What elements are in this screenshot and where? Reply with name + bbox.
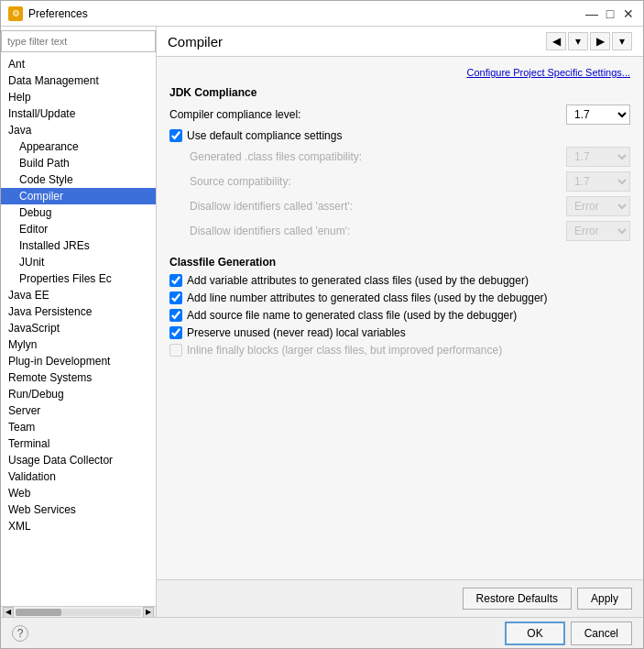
sidebar-item-web[interactable]: Web xyxy=(1,485,156,501)
sidebar-item-editor[interactable]: Editor xyxy=(1,221,156,237)
sidebar-item-remote-systems[interactable]: Remote Systems xyxy=(1,369,156,386)
classfile-generation-title: Classfile Generation xyxy=(169,256,630,269)
nav-back-button[interactable]: ◀ xyxy=(546,32,566,50)
generated-label: Generated .class files compatibility: xyxy=(190,150,362,163)
source-select: 1.7 xyxy=(566,171,630,192)
title-controls: — □ ✕ xyxy=(584,6,636,21)
close-button[interactable]: ✕ xyxy=(621,6,636,21)
sidebar-item-install-update[interactable]: Install/Update xyxy=(1,105,156,122)
sidebar-item-web-services[interactable]: Web Services xyxy=(1,501,156,518)
filter-input[interactable] xyxy=(1,30,156,52)
cancel-button[interactable]: Cancel xyxy=(571,622,632,645)
sidebar-item-xml[interactable]: XML xyxy=(1,518,156,534)
sidebar-item-validation[interactable]: Validation xyxy=(1,468,156,485)
apply-button[interactable]: Apply xyxy=(577,588,632,610)
generated-row: Generated .class files compatibility: 1.… xyxy=(169,147,630,167)
sidebar-item-ant[interactable]: Ant xyxy=(1,56,156,72)
sidebar-item-javascript[interactable]: JavaScript xyxy=(1,320,156,336)
sidebar-item-run-debug[interactable]: Run/Debug xyxy=(1,386,156,402)
sidebar-item-server[interactable]: Server xyxy=(1,402,156,419)
sidebar-item-compiler[interactable]: Compiler xyxy=(1,188,156,204)
panel-nav: ◀ ▾ ▶ ▾ xyxy=(546,32,632,50)
jdk-compliance-section: JDK Compliance Compiler compliance level… xyxy=(169,86,630,241)
add-source-file-checkbox[interactable] xyxy=(169,309,182,322)
inline-finally-label: Inline finally blocks (larger class file… xyxy=(187,344,502,357)
title-bar: ⚙ Preferences — □ ✕ xyxy=(1,1,643,27)
add-variable-row: Add variable attributes to generated cla… xyxy=(169,274,630,287)
use-default-checkbox[interactable] xyxy=(169,129,182,142)
add-source-file-label: Add source file name to generated class … xyxy=(187,309,517,322)
add-line-number-label: Add line number attributes to generated … xyxy=(187,292,548,304)
sidebar-item-team[interactable]: Team xyxy=(1,419,156,435)
restore-defaults-button[interactable]: Restore Defaults xyxy=(463,588,572,610)
sidebar: AntData ManagementHelpInstall/UpdateJava… xyxy=(1,27,157,617)
right-panel: Compiler ◀ ▾ ▶ ▾ Configure Project Speci… xyxy=(157,27,643,617)
scroll-track xyxy=(16,609,141,616)
sidebar-item-debug[interactable]: Debug xyxy=(1,204,156,221)
assert-select: Error xyxy=(566,196,630,216)
main-content: AntData ManagementHelpInstall/UpdateJava… xyxy=(1,27,643,617)
preferences-window: ⚙ Preferences — □ ✕ AntData ManagementHe… xyxy=(0,0,644,649)
use-default-row: Use default compliance settings xyxy=(169,129,630,142)
scroll-left-btn[interactable]: ◀ xyxy=(3,607,14,618)
ok-button[interactable]: OK xyxy=(505,622,564,645)
add-variable-checkbox[interactable] xyxy=(169,274,182,287)
dialog-buttons: OK Cancel xyxy=(505,622,632,645)
nav-forward-button[interactable]: ▶ xyxy=(590,32,610,50)
sidebar-item-terminal[interactable]: Terminal xyxy=(1,435,156,452)
sidebar-item-help[interactable]: Help xyxy=(1,89,156,105)
add-source-file-row: Add source file name to generated class … xyxy=(169,309,630,322)
sidebar-item-data-management[interactable]: Data Management xyxy=(1,72,156,89)
sidebar-item-java-persistence[interactable]: Java Persistence xyxy=(1,303,156,320)
sidebar-item-properties-files-ec[interactable]: Properties Files Ec xyxy=(1,270,156,287)
preserve-unused-row: Preserve unused (never read) local varia… xyxy=(169,326,630,339)
bottom-bar: ? OK Cancel xyxy=(1,617,643,648)
inline-finally-row: Inline finally blocks (larger class file… xyxy=(169,344,630,357)
tree-area: AntData ManagementHelpInstall/UpdateJava… xyxy=(1,56,156,606)
window-icon: ⚙ xyxy=(8,6,23,21)
compliance-level-row: Compiler compliance level: 1.7 xyxy=(169,104,630,125)
preserve-unused-label: Preserve unused (never read) local varia… xyxy=(187,326,406,339)
enum-select: Error xyxy=(566,221,630,241)
sidebar-item-junit[interactable]: JUnit xyxy=(1,254,156,270)
window-title: Preferences xyxy=(28,7,88,20)
sidebar-item-appearance[interactable]: Appearance xyxy=(1,138,156,155)
help-icon[interactable]: ? xyxy=(12,625,28,642)
sidebar-item-usage-data-collector[interactable]: Usage Data Collector xyxy=(1,452,156,468)
generated-select: 1.7 xyxy=(566,147,630,167)
scroll-thumb[interactable] xyxy=(16,609,61,616)
panel-body: Configure Project Specific Settings... J… xyxy=(157,57,643,579)
inline-finally-checkbox xyxy=(169,344,182,357)
panel-footer: Restore Defaults Apply xyxy=(157,579,643,617)
enum-label: Disallow identifiers called 'enum': xyxy=(190,225,350,237)
sidebar-item-code-style[interactable]: Code Style xyxy=(1,171,156,188)
sidebar-item-mylyn[interactable]: Mylyn xyxy=(1,336,156,353)
add-variable-label: Add variable attributes to generated cla… xyxy=(187,274,529,287)
source-row: Source compatibility: 1.7 xyxy=(169,171,630,192)
sidebar-scrollbar: ◀ ▶ xyxy=(1,606,156,617)
nav-back-dropdown[interactable]: ▾ xyxy=(568,32,588,50)
classfile-generation-section: Classfile Generation Add variable attrib… xyxy=(169,256,630,357)
sidebar-item-java-ee[interactable]: Java EE xyxy=(1,287,156,303)
maximize-button[interactable]: □ xyxy=(603,6,617,21)
compliance-level-select[interactable]: 1.7 xyxy=(566,104,630,125)
nav-forward-dropdown[interactable]: ▾ xyxy=(612,32,632,50)
panel-title: Compiler xyxy=(168,34,223,50)
sidebar-item-java[interactable]: Java xyxy=(1,122,156,138)
sidebar-item-build-path[interactable]: Build Path xyxy=(1,155,156,171)
panel-header: Compiler ◀ ▾ ▶ ▾ xyxy=(157,27,643,57)
source-label: Source compatibility: xyxy=(190,175,291,188)
scroll-right-btn[interactable]: ▶ xyxy=(143,607,154,618)
sidebar-item-plug-in-development[interactable]: Plug-in Development xyxy=(1,353,156,369)
assert-row: Disallow identifiers called 'assert': Er… xyxy=(169,196,630,216)
assert-label: Disallow identifiers called 'assert': xyxy=(190,200,353,213)
minimize-button[interactable]: — xyxy=(584,6,599,21)
configure-link-container: Configure Project Specific Settings... xyxy=(169,66,630,79)
sidebar-item-installed-jres[interactable]: Installed JREs xyxy=(1,237,156,254)
preserve-unused-checkbox[interactable] xyxy=(169,326,182,339)
add-line-number-checkbox[interactable] xyxy=(169,292,182,304)
configure-link[interactable]: Configure Project Specific Settings... xyxy=(466,67,630,78)
jdk-compliance-title: JDK Compliance xyxy=(169,86,630,99)
enum-row: Disallow identifiers called 'enum': Erro… xyxy=(169,221,630,241)
footer-buttons: Restore Defaults Apply xyxy=(463,588,632,610)
